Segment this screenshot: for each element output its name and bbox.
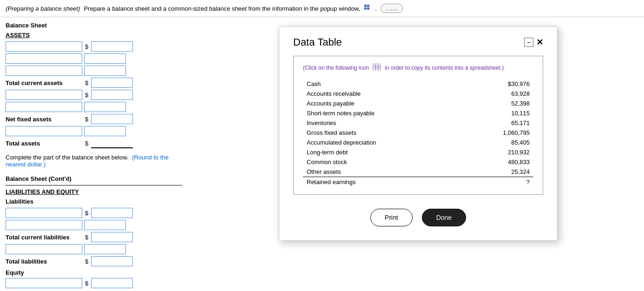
total-current-assets-row: Total current assets $ bbox=[6, 78, 190, 88]
liability-row-1: $ bbox=[6, 208, 190, 218]
asset-name-input-4[interactable] bbox=[6, 90, 82, 100]
balance-sheet-title: Balance Sheet bbox=[6, 22, 190, 29]
total-current-assets-label: Total current assets bbox=[6, 79, 82, 86]
assets-label: ASSETS bbox=[6, 32, 190, 39]
asset-value-input-1[interactable] bbox=[91, 41, 133, 52]
data-table: Cash$30,976Accounts receivable63,928Acco… bbox=[303, 79, 533, 187]
asset-row-4: $ bbox=[6, 90, 190, 100]
liability-row-2 bbox=[6, 220, 190, 230]
equity-row-1: $ bbox=[6, 278, 190, 288]
liability-value-input-3[interactable] bbox=[84, 244, 126, 254]
liability-value-input-1[interactable] bbox=[91, 208, 133, 218]
table-cell-label: Retained earnings bbox=[303, 177, 441, 187]
equity-name-input-1[interactable] bbox=[6, 278, 82, 288]
table-cell-label: Common stock bbox=[303, 157, 441, 167]
asset-value-input-5[interactable] bbox=[84, 102, 126, 112]
instruction-italic: (Preparing a balance sheet) bbox=[6, 5, 80, 12]
total-liabilities-input[interactable] bbox=[91, 256, 133, 266]
table-cell-value: 210,932 bbox=[441, 147, 533, 157]
table-row: Other assets25,324 bbox=[303, 167, 533, 177]
total-assets-input[interactable] bbox=[91, 138, 133, 148]
table-cell-value: 85,405 bbox=[441, 138, 533, 147]
table-cell-label: Accounts receivable bbox=[303, 89, 441, 99]
modal-controls: − ✕ bbox=[524, 37, 543, 47]
table-cell-value: 1,060,795 bbox=[441, 128, 533, 138]
dots-button[interactable]: ..... bbox=[381, 4, 403, 13]
table-row: Short-term notes payable10,115 bbox=[303, 108, 533, 118]
asset-value-input-4[interactable] bbox=[91, 90, 133, 100]
done-button[interactable]: Done bbox=[422, 209, 466, 226]
liabilities-sub-label: Liabilities bbox=[6, 198, 190, 205]
svg-rect-0 bbox=[364, 5, 367, 7]
instruction-main: Prepare a balance sheet and a common-siz… bbox=[84, 5, 360, 12]
svg-rect-4 bbox=[373, 64, 381, 70]
left-panel: Balance Sheet ASSETS $ Total current ass… bbox=[0, 22, 195, 290]
table-cell-value: 25,324 bbox=[441, 167, 533, 177]
table-cell-label: Long-term debt bbox=[303, 147, 441, 157]
asset-row-2 bbox=[6, 53, 190, 64]
asset-name-input-2[interactable] bbox=[6, 53, 82, 64]
asset-name-input-6[interactable] bbox=[6, 126, 82, 136]
asset-row-1: $ bbox=[6, 41, 190, 52]
total-assets-row: Total assets $ bbox=[6, 138, 190, 148]
complete-section: Complete the part of the balance sheet b… bbox=[6, 154, 190, 168]
net-fixed-assets-input[interactable] bbox=[91, 114, 133, 124]
table-row: Accounts payable52,398 bbox=[303, 99, 533, 108]
asset-name-input-5[interactable] bbox=[6, 102, 82, 112]
asset-row-5 bbox=[6, 102, 190, 112]
liability-value-input-2[interactable] bbox=[84, 220, 126, 230]
table-row: Long-term debt210,932 bbox=[303, 147, 533, 157]
asset-value-input-2[interactable] bbox=[84, 53, 126, 64]
table-cell-label: Gross fixed assets bbox=[303, 128, 441, 138]
svg-rect-3 bbox=[367, 7, 369, 10]
modal-title: Data Table bbox=[293, 36, 342, 48]
modal-minimize-button[interactable]: − bbox=[524, 38, 533, 47]
data-table-instruction: (Click on the following icon in order to… bbox=[303, 64, 533, 72]
print-button[interactable]: Print bbox=[370, 209, 413, 226]
equity-value-input-1[interactable] bbox=[91, 278, 133, 288]
table-cell-value: $30,976 bbox=[441, 79, 533, 89]
table-cell-label: Accounts payable bbox=[303, 99, 441, 108]
modal-header: Data Table − ✕ bbox=[293, 36, 543, 48]
modal-close-button[interactable]: ✕ bbox=[536, 37, 543, 47]
divider bbox=[6, 185, 182, 185]
liability-name-input-3[interactable] bbox=[6, 244, 82, 254]
asset-value-input-3[interactable] bbox=[84, 66, 126, 76]
table-cell-label: Inventories bbox=[303, 118, 441, 128]
table-cell-value: ? bbox=[441, 177, 533, 187]
modal-overlay: Data Table − ✕ (Click on the following i… bbox=[195, 17, 641, 290]
liabilities-equity-label: LIABILITIES AND EQUITY bbox=[6, 188, 190, 195]
grid-icon[interactable] bbox=[364, 4, 371, 13]
svg-rect-1 bbox=[367, 5, 369, 7]
table-row: Cash$30,976 bbox=[303, 79, 533, 89]
total-current-liabilities-input[interactable] bbox=[91, 232, 133, 242]
total-current-liabilities-label: Total current liabilities bbox=[6, 234, 82, 241]
table-cell-value: 65,171 bbox=[441, 118, 533, 128]
liability-name-input-2[interactable] bbox=[6, 220, 82, 230]
data-table-modal: Data Table − ✕ (Click on the following i… bbox=[279, 26, 558, 241]
instruction-text-1: (Click on the following icon bbox=[303, 65, 369, 71]
total-current-liabilities-row: Total current liabilities $ bbox=[6, 232, 190, 242]
table-row: Gross fixed assets1,060,795 bbox=[303, 128, 533, 138]
instruction-text-2: in order to copy its contents into a spr… bbox=[385, 65, 504, 71]
modal-buttons: Print Done bbox=[293, 209, 543, 226]
asset-name-input-3[interactable] bbox=[6, 66, 82, 76]
asset-value-input-6[interactable] bbox=[84, 126, 126, 136]
spreadsheet-copy-icon[interactable] bbox=[373, 64, 381, 72]
equity-label: Equity bbox=[6, 269, 190, 276]
table-row: Retained earnings? bbox=[303, 177, 533, 187]
table-cell-label: Cash bbox=[303, 79, 441, 89]
net-fixed-assets-row: Net fixed assets $ bbox=[6, 114, 190, 124]
table-cell-value: 52,398 bbox=[441, 99, 533, 108]
asset-name-input-1[interactable] bbox=[6, 41, 82, 52]
period: . bbox=[375, 5, 377, 12]
total-liabilities-label: Total liabilities bbox=[6, 258, 82, 265]
liability-name-input-1[interactable] bbox=[6, 208, 82, 218]
net-fixed-assets-label: Net fixed assets bbox=[6, 116, 82, 123]
table-cell-label: Short-term notes payable bbox=[303, 108, 441, 118]
data-table-container: (Click on the following icon in order to… bbox=[293, 56, 543, 195]
total-assets-label: Total assets bbox=[6, 140, 82, 147]
total-current-assets-input[interactable] bbox=[91, 78, 133, 88]
svg-rect-2 bbox=[364, 7, 367, 10]
asset-row-6 bbox=[6, 126, 190, 136]
